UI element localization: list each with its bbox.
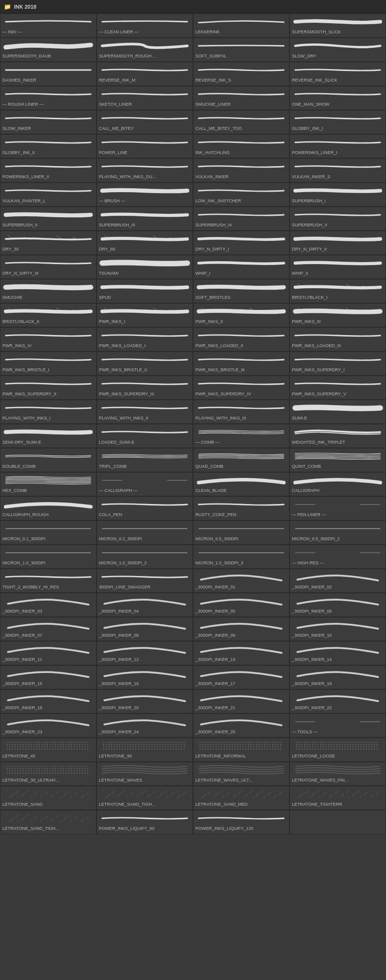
brush-item[interactable]: _300DPI_INKER_20: [96, 689, 193, 714]
brush-item[interactable]: HEX_COMB: [0, 472, 96, 496]
brush-item[interactable]: LETRATONE_WAVES_ULT...: [193, 762, 290, 786]
brush-item[interactable]: QUAD_COMB: [193, 448, 290, 472]
brush-item[interactable]: SMUCHIE: [0, 279, 96, 303]
brush-item[interactable]: SPUD: [96, 279, 193, 303]
brush-item[interactable]: LETRATONE_SAND_TIGH...: [0, 810, 96, 834]
brush-item[interactable]: PWR_INKS_SUPERDRY_IV: [193, 376, 290, 400]
brush-item[interactable]: CALLIGRAPH: [290, 472, 386, 496]
brush-item[interactable]: — PEN LINER —: [290, 496, 386, 520]
brush-item[interactable]: TSUNAMI: [96, 255, 193, 279]
brush-item[interactable]: REVERSE_INK_M: [96, 62, 193, 86]
brush-item[interactable]: LETRATONE_INFORMAL: [193, 738, 290, 762]
brush-item[interactable]: _300DPI_INKER_12: [96, 641, 193, 665]
brush-item[interactable]: SUPERSMOOTH_ROUGH...: [96, 38, 193, 62]
brush-item[interactable]: POWERINKS_LINER_I: [290, 134, 386, 158]
brush-item[interactable]: PWR_INKS_BRISTLE_I: [0, 351, 96, 376]
brush-item[interactable]: COLA_PEN: [96, 496, 193, 520]
brush-item[interactable]: SUPERBRUSH_I: [290, 182, 386, 207]
brush-item[interactable]: _300DPI_INKER_23: [0, 714, 96, 738]
brush-item[interactable]: SLOW_DRY: [290, 38, 386, 62]
brush-item[interactable]: LETRATONE_WAVES: [96, 762, 193, 786]
brush-item[interactable]: SUPERBRUSH_IV: [193, 207, 290, 231]
brush-item[interactable]: PWR_INKS_II: [193, 303, 290, 327]
brush-item[interactable]: — HIGH RES —: [290, 545, 386, 569]
brush-item[interactable]: SMUCHIE_LINER: [193, 86, 290, 110]
brush-item[interactable]: MICRON_1.0_300DPI_3: [193, 545, 290, 569]
brush-item[interactable]: SUPERBRUSH_II: [0, 207, 96, 231]
brush-item[interactable]: LEKKERINK: [193, 14, 290, 38]
brush-item[interactable]: — COMB —: [193, 424, 290, 448]
brush-item[interactable]: BRISTLYBLACK_I: [290, 279, 386, 303]
brush-item[interactable]: _300DPI_INKER_25: [193, 714, 290, 738]
brush-item[interactable]: TRIPL_COMB: [96, 448, 193, 472]
brush-item[interactable]: WEIGHTED_INK_TRIPLET: [290, 424, 386, 448]
brush-item[interactable]: GLOBBY_INK_II: [0, 134, 96, 158]
brush-item[interactable]: POWERINKS_LINER_II: [0, 158, 96, 182]
brush-item[interactable]: PWR_INKS_SUPERDRY_I: [290, 351, 386, 376]
brush-item[interactable]: DRY_N_DIRTY_II: [290, 231, 386, 255]
brush-item[interactable]: PWR_INKS_I: [96, 303, 193, 327]
brush-item[interactable]: DRY_N_DIRTY_III: [0, 255, 96, 279]
brush-item[interactable]: _300DPI_INKER_11: [0, 641, 96, 665]
brush-item[interactable]: SUPERBRUSH_V: [290, 207, 386, 231]
brush-item[interactable]: CALL_ME_BITEY: [96, 110, 193, 134]
brush-item[interactable]: PLAYING_WITH_INKS_III: [193, 400, 290, 424]
brush-item[interactable]: SKETCH_LINER: [96, 86, 193, 110]
brush-item[interactable]: GLOBBY_INK_I: [290, 110, 386, 134]
brush-item[interactable]: _300DPI_INKER_07: [0, 617, 96, 641]
brush-item[interactable]: _300DPI_INKER_24: [96, 714, 193, 738]
brush-item[interactable]: SEMI-DRY_SUMI-E: [0, 424, 96, 448]
brush-item[interactable]: MICRON_1.0_300DPI_2: [96, 545, 193, 569]
brush-item[interactable]: SUPERSMOOTH_DAUB: [0, 38, 96, 62]
brush-item[interactable]: MICRON_0.5_300DPI: [193, 520, 290, 545]
brush-item[interactable]: RUSTY_COKE_PEN: [193, 496, 290, 520]
brush-item[interactable]: PLAYING_WITH_INKS_II: [96, 400, 193, 424]
brush-item[interactable]: PWR_INKS_BRISTLE_II: [96, 351, 193, 376]
brush-item[interactable]: DRY_N_DIRTY_I: [193, 231, 290, 255]
brush-item[interactable]: POWER_INKS_LIQUIFY_60: [96, 810, 193, 834]
brush-item[interactable]: LETRATONE_SAND_TIGH...: [96, 786, 193, 810]
brush-item[interactable]: QUINT_COMB: [290, 448, 386, 472]
brush-item[interactable]: PWR_INKS_LOADED_II: [193, 327, 290, 351]
brush-item[interactable]: LETRATONE_90: [96, 738, 193, 762]
brush-item[interactable]: _300DPI_INKER_06: [290, 593, 386, 617]
brush-item[interactable]: MICRON_0.5_300DPI_2: [290, 520, 386, 545]
brush-item[interactable]: CALL_ME_BITEY_TOO: [193, 110, 290, 134]
brush-item[interactable]: _300DPI_INKER_22: [290, 689, 386, 714]
brush-item[interactable]: REVERSE_INK_SLICK: [290, 62, 386, 86]
brush-item[interactable]: ONE_MAN_SHOW: [290, 86, 386, 110]
brush-item[interactable]: _300DPI_INKER_13: [193, 641, 290, 665]
brush-item[interactable]: _300DPI_INKER_16: [96, 665, 193, 689]
brush-item[interactable]: POWER_INKS_LIQUIFY_120: [193, 810, 290, 834]
brush-item[interactable]: _300DPI_INKER_15: [0, 665, 96, 689]
brush-item[interactable]: _300DPI_INKER_08: [96, 617, 193, 641]
brush-item[interactable]: 300DPI_LINE_SWAGGER: [96, 569, 193, 593]
brush-item[interactable]: SOFT_SUBPXL: [193, 38, 290, 62]
brush-item[interactable]: _300DPI_INKER_21: [193, 689, 290, 714]
brush-item[interactable]: CLEAN_BLADE: [193, 472, 290, 496]
brush-item[interactable]: BRISTLYBLACK_II: [0, 303, 96, 327]
brush-item[interactable]: MICRON_0.2_300DPI: [96, 520, 193, 545]
brush-item[interactable]: _300DPI_INKER_09: [193, 617, 290, 641]
brush-item[interactable]: _300DPI_INKER_18: [290, 665, 386, 689]
brush-item[interactable]: INK_HATCHLING: [193, 134, 290, 158]
brush-item[interactable]: DOUBLE_COMB: [0, 448, 96, 472]
brush-item[interactable]: PWR_INKS_BRISTLE_III: [193, 351, 290, 376]
brush-item[interactable]: _300DPI_INKER_05: [193, 593, 290, 617]
brush-item[interactable]: _300DPI_INKER_19: [0, 689, 96, 714]
brush-item[interactable]: LETRATONE_SAND: [0, 786, 96, 810]
brush-item[interactable]: _300DPI_INKER_04: [96, 593, 193, 617]
brush-item[interactable]: PWR_INKS_SUPERDRY_II: [0, 376, 96, 400]
brush-item[interactable]: — INK! —: [0, 14, 96, 38]
brush-item[interactable]: PWR_INKS_IV: [0, 327, 96, 351]
brush-item[interactable]: PWR_INKS_SUPERDRY_III: [96, 376, 193, 400]
brush-item[interactable]: SOFT_BRISTLES: [193, 279, 290, 303]
brush-item[interactable]: MICRON_1.0_300DPI: [0, 545, 96, 569]
brush-item[interactable]: SUPERBRUSH_III: [96, 207, 193, 231]
brush-item[interactable]: TIGHT_2_WOBBLY_HI_RES: [0, 569, 96, 593]
brush-item[interactable]: POWER_LINE: [96, 134, 193, 158]
brush-item[interactable]: LOADED_SUMI-E: [96, 424, 193, 448]
brush-item[interactable]: _300DPI_INKER_17: [193, 665, 290, 689]
brush-item[interactable]: CALLIGRAPH_ROUGH: [0, 496, 96, 520]
brush-item[interactable]: — BRUSH —: [96, 182, 193, 207]
